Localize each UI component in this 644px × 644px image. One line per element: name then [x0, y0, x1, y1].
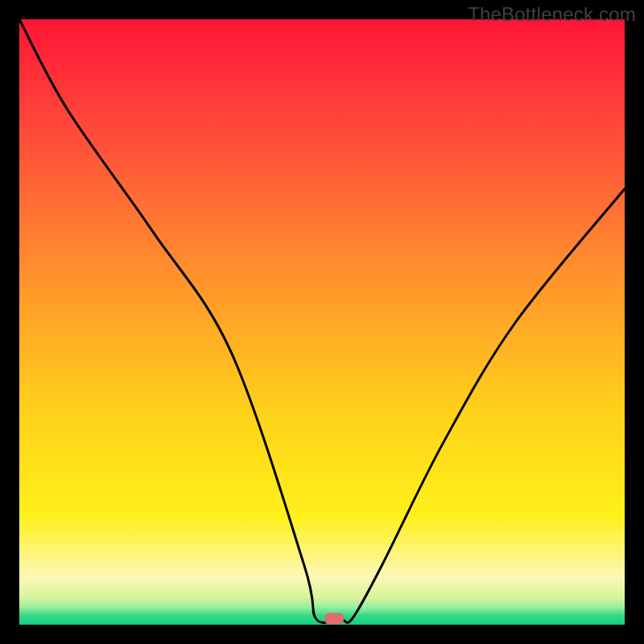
minimum-marker [324, 613, 344, 624]
watermark-text: TheBottleneck.com [468, 3, 636, 26]
chart-svg [19, 19, 625, 625]
chart-plot-area [19, 19, 625, 625]
chart-background-gradient [19, 19, 625, 625]
chart-frame: TheBottleneck.com [0, 0, 644, 644]
